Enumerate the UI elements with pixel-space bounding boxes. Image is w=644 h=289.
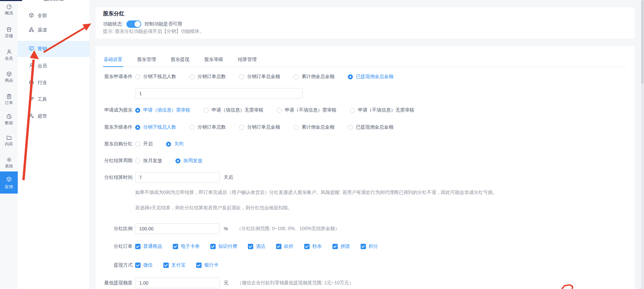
tab-basic-settings[interactable]: 基础设置 [103, 53, 123, 67]
apply-threshold-input[interactable] [135, 88, 303, 99]
radio-option[interactable]: 分销订单总金额 [239, 124, 280, 130]
feature-toggle[interactable] [126, 20, 141, 28]
checkbox-option-checked[interactable]: 电子卡券 [173, 243, 200, 249]
radio-option[interactable]: 按月发放 [135, 158, 162, 164]
rail-item-content[interactable]: 内容 [0, 135, 18, 146]
radio-option-selected[interactable]: 申请（填信息）需审核 [135, 107, 190, 113]
checkbox-icon[interactable] [361, 244, 366, 249]
rail-item-overview[interactable]: 概况 [0, 4, 18, 15]
radio-icon[interactable] [239, 74, 244, 79]
rail-item-goods[interactable]: 商品 [0, 71, 18, 83]
rail-item-label: 内容 [5, 142, 13, 146]
status-desc: 控制功能是否可用 [145, 21, 182, 27]
app-icon [6, 176, 12, 183]
radio-option[interactable]: 申请（不填信息）无需审核 [350, 107, 414, 113]
radio-option[interactable]: 分销订单总数 [190, 74, 226, 80]
min-withdraw-input[interactable] [135, 278, 220, 288]
radio-option-selected[interactable]: 分销下线总人数 [135, 124, 176, 130]
checkbox-icon[interactable] [173, 244, 178, 249]
radio-icon[interactable] [190, 125, 195, 130]
radio-option-selected[interactable]: 已提现佣金总金额 [348, 74, 393, 80]
radio-option-selected[interactable]: 按周发放 [175, 158, 202, 164]
radio-icon[interactable] [135, 125, 140, 130]
scrollbar-thumb[interactable] [641, 0, 644, 84]
radio-icon[interactable] [204, 108, 209, 113]
checkbox-option-checked[interactable]: 微信 [135, 262, 153, 268]
checkbox-option-checked[interactable]: 支付宝 [163, 262, 185, 268]
sidebar-item-channel[interactable]: 渠道 [29, 27, 47, 33]
radio-option[interactable]: 分销订单总金额 [239, 74, 280, 80]
radio-option[interactable]: 累计佣金总金额 [293, 124, 334, 130]
rail-item-apps-active[interactable]: 应用 [0, 171, 18, 194]
rail-item-order[interactable]: 订单 [0, 93, 18, 105]
tab-settlement-manage[interactable]: 结算管理 [237, 53, 257, 67]
checkbox-icon[interactable] [196, 263, 202, 268]
checkbox-option-checked[interactable]: 普通商品 [135, 243, 162, 249]
radio-icon[interactable] [135, 158, 140, 163]
radio-icon[interactable] [166, 142, 171, 147]
field-label: 股东申请条件 [103, 74, 132, 80]
checkbox-option-checked[interactable]: 拼团 [332, 243, 350, 249]
rail-item-member[interactable]: 会员 [0, 49, 18, 61]
radio-option[interactable]: 申请（不填信息）需审核 [277, 107, 336, 113]
checkbox-icon[interactable] [304, 244, 310, 249]
row-become-shareholder: 申请成为股东 申请（填信息）需审核 申请（填信息）无需审核 申请（不填信息）需审… [103, 105, 627, 116]
checkbox-icon[interactable] [248, 244, 253, 249]
tab-shareholder-manage[interactable]: 股东管理 [137, 53, 157, 67]
checkbox-option-checked[interactable]: 砍价 [276, 243, 293, 249]
radio-icon[interactable] [348, 74, 353, 79]
radio-option[interactable]: 分销下线总人数 [135, 74, 176, 80]
page-title: 股东分红 [103, 10, 124, 17]
sidebar-item-label: 会员 [38, 63, 47, 69]
radio-icon[interactable] [175, 158, 180, 163]
radio-icon[interactable] [293, 74, 299, 79]
checkbox-option-checked[interactable]: 银行卡 [196, 262, 218, 268]
radio-option-selected[interactable]: 关闭 [166, 141, 183, 147]
tab-shareholder-level[interactable]: 股东等级 [204, 53, 224, 67]
rail-item-data[interactable]: 数据 [0, 114, 18, 125]
checkbox-option-checked[interactable]: 秒杀 [304, 243, 322, 249]
goods-icon [6, 71, 12, 77]
settle-time-input[interactable] [135, 172, 220, 183]
rail-item-label: 店铺 [5, 33, 13, 38]
radio-icon[interactable] [293, 125, 299, 130]
checkbox-icon[interactable] [135, 263, 141, 268]
sidebar-item-superadmin[interactable]: 超管 [29, 113, 47, 120]
checkbox-icon[interactable] [163, 263, 169, 268]
checkbox-option-checked[interactable]: 知识付费 [210, 243, 237, 249]
radio-icon[interactable] [350, 108, 355, 113]
sidebar-item-industry[interactable]: 行业 [29, 79, 47, 86]
checkbox-option-checked[interactable]: 酒店 [248, 243, 265, 249]
marketing-icon [29, 46, 34, 52]
radio-icon[interactable] [190, 74, 195, 79]
rail-item-shop[interactable]: 店铺 [0, 26, 18, 38]
radio-icon[interactable] [135, 74, 140, 79]
sidebar-item-member[interactable]: 会员 [29, 63, 47, 69]
sidebar-item-all[interactable]: 全部 [29, 12, 47, 19]
sidebar-item-tools[interactable]: 工具 [29, 96, 47, 103]
radio-icon[interactable] [348, 125, 353, 130]
tab-shareholder-withdraw[interactable]: 股东提现 [170, 53, 190, 67]
checkbox-icon[interactable] [135, 244, 141, 249]
checkbox-option-checked[interactable]: 积分 [361, 243, 378, 249]
sidebar-item-marketing-active[interactable]: 营销 [29, 46, 47, 52]
radio-icon[interactable] [135, 142, 140, 147]
radio-option[interactable]: 分销订单总数 [190, 124, 226, 130]
dividend-ratio-input[interactable] [135, 223, 220, 234]
radio-option[interactable]: 累计佣金总金额 [293, 74, 334, 80]
radio-icon[interactable] [135, 108, 140, 113]
radio-option[interactable]: 开启 [135, 141, 153, 147]
rail-item-label: 会员 [5, 56, 13, 61]
radio-icon[interactable] [239, 125, 244, 130]
checkbox-icon[interactable] [210, 244, 216, 249]
field-label: 申请成为股东 [103, 107, 132, 113]
checkbox-icon[interactable] [332, 244, 338, 249]
radio-option[interactable]: 申请（填信息）无需审核 [204, 107, 263, 113]
radio-icon[interactable] [277, 108, 282, 113]
rail-item-label: 概况 [5, 11, 13, 15]
row-dividend-ratio: 分红比例 % （分红比例范围: 0~100, 0%、100%无结算金额） [103, 223, 627, 234]
rail-item-system[interactable]: 系统 [0, 157, 18, 168]
radio-option[interactable]: 已提现佣金总金额 [348, 124, 393, 130]
checkbox-icon[interactable] [276, 244, 281, 249]
sidebar-item-label: 行业 [38, 80, 47, 86]
